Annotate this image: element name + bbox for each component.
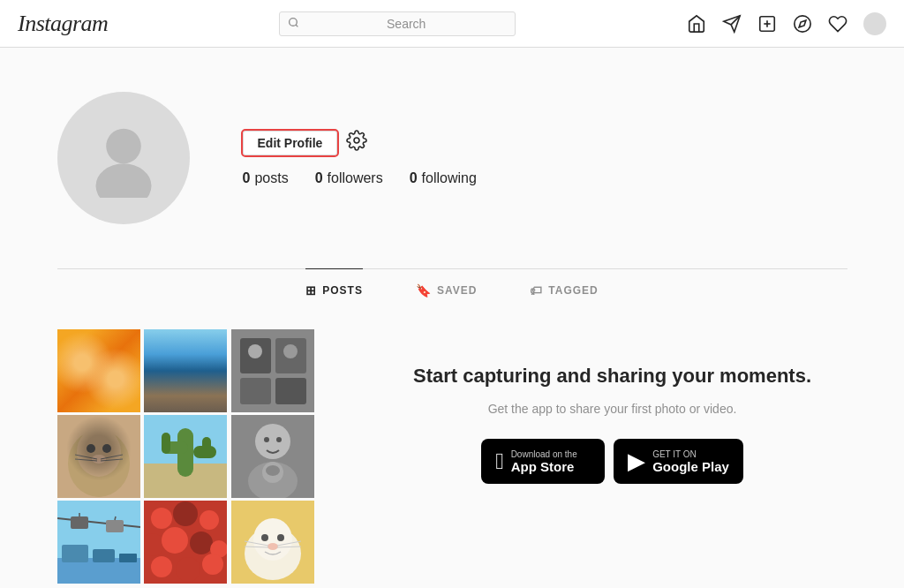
- svg-line-1: [296, 25, 298, 26]
- svg-point-54: [151, 508, 172, 529]
- red-flowers-content: [144, 501, 227, 584]
- svg-rect-48: [106, 520, 124, 532]
- svg-point-69: [267, 543, 278, 550]
- svg-line-49: [115, 516, 116, 520]
- bw-photo-content: [231, 329, 314, 412]
- send-icon[interactable]: [722, 14, 742, 34]
- svg-rect-19: [57, 415, 140, 498]
- svg-point-21: [77, 427, 121, 477]
- photo-grid-section: [57, 329, 316, 584]
- user-avatar-small[interactable]: [863, 12, 886, 35]
- header-nav: [687, 12, 886, 35]
- posts-stat: 0 posts: [243, 170, 289, 186]
- svg-point-22: [87, 444, 95, 453]
- svg-point-56: [200, 510, 219, 530]
- followers-stat[interactable]: 0 followers: [315, 170, 383, 186]
- cactus-photo-content: [144, 415, 227, 498]
- svg-point-23: [102, 444, 111, 453]
- avatar-silhouette: [84, 118, 163, 198]
- grid-cell-bw-people[interactable]: [231, 329, 314, 412]
- add-post-icon[interactable]: [757, 14, 777, 34]
- tagged-icon: 🏷: [530, 283, 543, 298]
- svg-rect-16: [275, 378, 306, 404]
- photo-grid: [57, 329, 316, 584]
- svg-rect-15: [240, 378, 271, 404]
- svg-rect-46: [71, 516, 88, 529]
- tab-saved-label: SAVED: [437, 284, 477, 297]
- saved-bookmark-icon: 🔖: [416, 283, 432, 298]
- svg-rect-35: [202, 437, 211, 458]
- google-play-icon: ▶: [628, 448, 645, 475]
- app-store-text: Download on the App Store: [511, 449, 577, 474]
- svg-rect-34: [162, 433, 170, 454]
- google-play-sub: GET IT ON: [652, 449, 729, 459]
- svg-point-7: [795, 15, 810, 31]
- tab-tagged[interactable]: 🏷 TAGGED: [530, 268, 598, 312]
- edit-profile-button[interactable]: Edit Profile: [243, 131, 338, 155]
- home-icon[interactable]: [687, 14, 706, 34]
- tab-posts[interactable]: ⊞ POSTS: [305, 268, 363, 312]
- svg-marker-8: [799, 20, 806, 27]
- cable-cars-photo-content: [57, 501, 140, 584]
- profile-header: Edit Profile 0 posts 0 followers 0: [57, 74, 848, 260]
- grid-cell-cat[interactable]: [57, 415, 140, 498]
- svg-point-68: [277, 534, 284, 541]
- svg-point-62: [176, 557, 200, 582]
- apple-icon: : [495, 448, 504, 475]
- svg-point-55: [173, 501, 198, 526]
- white-cat-content: [231, 501, 314, 584]
- svg-point-24: [92, 455, 106, 464]
- posts-label: posts: [254, 170, 288, 186]
- posts-count: 0: [243, 170, 251, 186]
- tab-tagged-label: TAGGED: [548, 284, 598, 297]
- grid-cell-cable-cars[interactable]: [57, 501, 140, 584]
- svg-point-20: [68, 430, 130, 497]
- svg-point-17: [248, 344, 262, 358]
- svg-rect-50: [62, 545, 88, 562]
- cat-photo-content: [57, 415, 140, 498]
- app-store-name: App Store: [511, 459, 577, 474]
- profile-container: Edit Profile 0 posts 0 followers 0: [40, 48, 865, 312]
- following-stat[interactable]: 0 following: [410, 170, 477, 186]
- followers-label: followers: [328, 170, 383, 186]
- profile-avatar-wrap: [57, 92, 190, 224]
- svg-point-59: [190, 531, 213, 554]
- svg-line-27: [101, 455, 123, 459]
- heart-icon[interactable]: [828, 14, 848, 34]
- tabs-container: ⊞ POSTS 🔖 SAVED 🏷 TAGGED: [57, 268, 848, 312]
- promo-subtitle: Get the app to share your first photo or…: [488, 402, 737, 416]
- grid-cell-baby[interactable]: [231, 415, 314, 498]
- grid-cell-oranges[interactable]: [57, 329, 140, 412]
- instagram-logo[interactable]: Instagram: [18, 11, 108, 37]
- profile-actions: Edit Profile: [243, 130, 848, 156]
- google-play-text: GET IT ON Google Play: [652, 449, 729, 474]
- following-label: following: [422, 170, 477, 186]
- grid-cell-red-flowers[interactable]: [144, 501, 227, 584]
- google-play-name: Google Play: [652, 459, 729, 474]
- google-play-button[interactable]: ▶ GET IT ON Google Play: [614, 439, 743, 484]
- svg-point-42: [266, 465, 280, 476]
- tab-saved[interactable]: 🔖 SAVED: [416, 268, 477, 312]
- grid-cell-cactus[interactable]: [144, 415, 227, 498]
- app-store-sub: Download on the: [511, 449, 577, 459]
- svg-point-39: [264, 437, 269, 442]
- svg-line-25: [75, 455, 97, 459]
- svg-line-28: [101, 459, 123, 461]
- search-input[interactable]: [279, 11, 516, 36]
- app-store-button[interactable]:  Download on the App Store: [481, 439, 605, 484]
- content-area: Start capturing and sharing your moments…: [40, 312, 865, 584]
- promo-section: Start capturing and sharing your moments…: [343, 329, 848, 584]
- explore-icon[interactable]: [793, 14, 812, 34]
- svg-point-61: [151, 556, 172, 577]
- svg-point-0: [290, 18, 298, 26]
- followers-count: 0: [315, 170, 323, 186]
- following-count: 0: [410, 170, 418, 186]
- search-container: [279, 11, 516, 36]
- svg-point-67: [261, 534, 268, 541]
- svg-rect-51: [93, 549, 115, 562]
- grid-cell-ocean[interactable]: [144, 329, 227, 412]
- settings-icon[interactable]: [346, 130, 367, 156]
- svg-rect-52: [119, 554, 137, 562]
- grid-cell-white-cat[interactable]: [231, 501, 314, 584]
- svg-point-58: [162, 527, 188, 554]
